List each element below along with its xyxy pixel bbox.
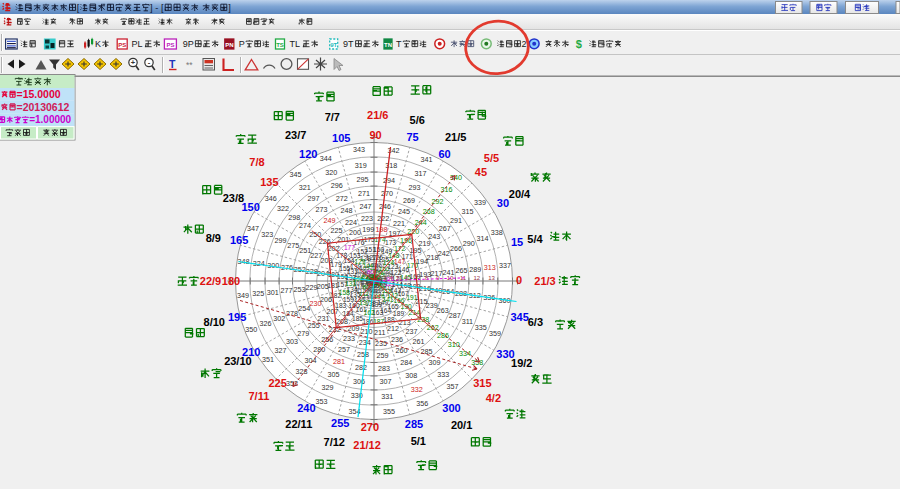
svg-text:9T: 9T bbox=[343, 39, 354, 49]
svg-text:240: 240 bbox=[297, 402, 315, 414]
svg-text:261: 261 bbox=[413, 337, 425, 346]
svg-text:129: 129 bbox=[354, 258, 365, 265]
svg-text:325: 325 bbox=[252, 289, 264, 298]
svg-text:0: 0 bbox=[516, 274, 522, 286]
svg-text:5/1: 5/1 bbox=[411, 435, 426, 447]
svg-text:+: + bbox=[131, 58, 136, 67]
svg-text:251: 251 bbox=[299, 246, 311, 255]
svg-text:200: 200 bbox=[349, 228, 361, 237]
svg-text:198: 198 bbox=[376, 225, 388, 234]
svg-text:TL: TL bbox=[290, 39, 301, 49]
svg-text:246: 246 bbox=[379, 202, 391, 211]
svg-text:299: 299 bbox=[275, 236, 287, 245]
svg-text:302: 302 bbox=[273, 314, 285, 323]
svg-text:350: 350 bbox=[245, 325, 257, 334]
svg-text:344: 344 bbox=[320, 154, 332, 163]
svg-text:253: 253 bbox=[293, 285, 305, 294]
svg-text:158: 158 bbox=[339, 289, 350, 296]
svg-text:335: 335 bbox=[475, 323, 487, 332]
svg-text:225: 225 bbox=[268, 377, 286, 389]
svg-text:20/1: 20/1 bbox=[451, 419, 472, 431]
svg-text:7/11: 7/11 bbox=[248, 390, 269, 402]
svg-text:[: [ bbox=[77, 3, 80, 13]
svg-text:285: 285 bbox=[420, 347, 432, 356]
svg-text:75: 75 bbox=[406, 131, 418, 143]
svg-text:277: 277 bbox=[281, 286, 293, 295]
svg-text:318: 318 bbox=[385, 161, 397, 170]
svg-text:10: 10 bbox=[447, 275, 454, 281]
svg-text:60: 60 bbox=[438, 148, 450, 160]
svg-text:275: 275 bbox=[287, 241, 299, 250]
svg-text:147: 147 bbox=[394, 258, 405, 265]
svg-text:317: 317 bbox=[414, 169, 426, 178]
svg-text:PS: PS bbox=[118, 42, 126, 48]
svg-text:2: 2 bbox=[522, 39, 527, 49]
svg-text:298: 298 bbox=[288, 213, 300, 222]
svg-text:243: 243 bbox=[428, 232, 440, 241]
svg-text:263: 263 bbox=[437, 306, 449, 315]
svg-text:PN: PN bbox=[225, 42, 233, 48]
svg-text:222: 222 bbox=[377, 214, 389, 223]
svg-text:285: 285 bbox=[405, 418, 423, 430]
svg-text:80: 80 bbox=[367, 269, 374, 275]
svg-text:294: 294 bbox=[383, 176, 395, 185]
svg-text:21/3: 21/3 bbox=[534, 275, 555, 287]
svg-text:259: 259 bbox=[377, 351, 389, 360]
svg-text:301: 301 bbox=[267, 288, 279, 297]
svg-text:212: 212 bbox=[387, 324, 399, 333]
svg-text:300: 300 bbox=[442, 402, 460, 414]
svg-text:=20130612: =20130612 bbox=[17, 101, 70, 113]
svg-text:177: 177 bbox=[344, 244, 355, 251]
svg-text:274: 274 bbox=[299, 221, 311, 230]
svg-text:271: 271 bbox=[358, 189, 370, 198]
svg-text:311: 311 bbox=[462, 317, 473, 326]
svg-text:TS: TS bbox=[276, 42, 284, 48]
svg-text:199: 199 bbox=[362, 225, 374, 234]
svg-text:295: 295 bbox=[357, 175, 369, 184]
svg-text:22/9: 22/9 bbox=[200, 275, 221, 287]
svg-text:272: 272 bbox=[336, 194, 348, 203]
svg-text:T: T bbox=[396, 39, 402, 49]
svg-text:310: 310 bbox=[448, 340, 460, 349]
svg-text:223: 223 bbox=[361, 214, 373, 223]
svg-text:355: 355 bbox=[383, 407, 395, 416]
svg-text:196: 196 bbox=[400, 236, 412, 245]
svg-text:303: 303 bbox=[286, 337, 298, 346]
svg-text:205: 205 bbox=[317, 282, 329, 291]
svg-text:195: 195 bbox=[228, 311, 246, 323]
svg-text:23/7: 23/7 bbox=[285, 129, 306, 141]
svg-text:120: 120 bbox=[299, 148, 317, 160]
svg-text:305: 305 bbox=[327, 370, 339, 379]
svg-text:297: 297 bbox=[307, 194, 319, 203]
svg-text:21/6: 21/6 bbox=[367, 109, 388, 121]
svg-text:T: T bbox=[169, 58, 176, 70]
svg-text:245: 245 bbox=[398, 207, 410, 216]
svg-text:22/11: 22/11 bbox=[285, 418, 312, 430]
svg-text:150: 150 bbox=[241, 201, 259, 213]
svg-text:236: 236 bbox=[391, 335, 403, 344]
svg-text:229: 229 bbox=[306, 283, 318, 292]
svg-text:352: 352 bbox=[286, 379, 298, 388]
svg-text:349: 349 bbox=[237, 291, 249, 300]
svg-text:321: 321 bbox=[299, 183, 311, 192]
svg-text:165: 165 bbox=[230, 234, 248, 246]
svg-text:339: 339 bbox=[474, 198, 486, 207]
svg-text:225: 225 bbox=[331, 226, 343, 235]
svg-text:304: 304 bbox=[305, 356, 317, 365]
svg-text:211: 211 bbox=[374, 328, 385, 337]
svg-text:296: 296 bbox=[331, 181, 343, 190]
svg-text:319: 319 bbox=[355, 161, 367, 170]
svg-text:255: 255 bbox=[331, 417, 349, 429]
svg-text:347: 347 bbox=[247, 224, 259, 233]
svg-text:320: 320 bbox=[325, 168, 337, 177]
svg-text:=1.00000: =1.00000 bbox=[29, 114, 71, 125]
svg-text:281: 281 bbox=[333, 357, 345, 366]
svg-text:]: ] bbox=[228, 3, 231, 13]
svg-text:90: 90 bbox=[369, 129, 381, 141]
svg-text:8/10: 8/10 bbox=[204, 316, 225, 328]
svg-text:21/5: 21/5 bbox=[445, 131, 466, 143]
svg-text:257: 257 bbox=[338, 345, 350, 354]
svg-text:133: 133 bbox=[345, 280, 356, 287]
svg-text:242: 242 bbox=[438, 249, 450, 258]
svg-text:249: 249 bbox=[323, 216, 335, 225]
